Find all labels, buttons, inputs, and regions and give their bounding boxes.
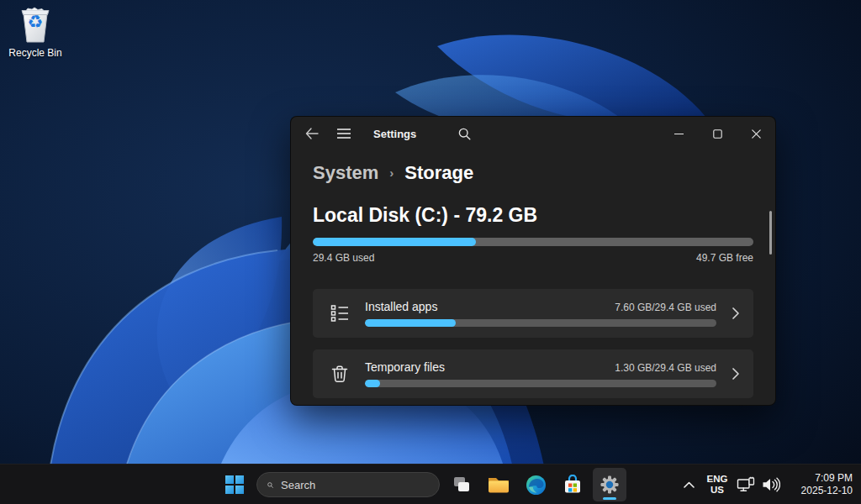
temporary-files-card-body: Temporary files 1.30 GB/29.4 GB used — [365, 360, 716, 387]
chevron-up-icon — [684, 481, 695, 488]
search-input[interactable] — [281, 479, 429, 491]
installed-apps-label: Installed apps — [365, 300, 437, 313]
disk-usage-bar-fill — [313, 238, 476, 246]
edge-icon — [526, 475, 547, 496]
disk-usage-labels: 29.4 GB used 49.7 GB free — [313, 252, 753, 264]
settings-app-button[interactable] — [593, 468, 626, 501]
chevron-right-icon — [732, 367, 740, 381]
navigation-menu-button[interactable] — [331, 121, 357, 146]
window-title: Settings — [373, 128, 416, 140]
edge-button[interactable] — [519, 468, 552, 501]
temporary-files-icon — [330, 364, 350, 384]
language-line1: ENG — [707, 474, 728, 484]
disk-free-label: 49.7 GB free — [696, 252, 753, 264]
system-tray: ENG US 7:09 PM 2025-12-10 — [676, 465, 861, 504]
hamburger-icon — [337, 129, 351, 139]
show-hidden-icons-button[interactable] — [676, 468, 701, 501]
file-explorer-button[interactable] — [482, 468, 515, 501]
recycle-symbol-icon: ♻ — [28, 13, 44, 30]
installed-apps-icon — [330, 303, 350, 323]
task-view-icon — [452, 475, 472, 495]
tray-date: 2025-12-10 — [801, 485, 853, 496]
breadcrumb: System › Storage — [313, 162, 753, 184]
maximize-icon — [713, 129, 722, 139]
windows-logo-icon — [225, 475, 244, 494]
installed-apps-bar-fill — [365, 319, 456, 327]
recycle-bin-icon: ♻ — [16, 5, 55, 45]
search-icon — [458, 128, 471, 140]
temporary-files-bar-fill — [365, 380, 380, 387]
back-arrow-icon — [305, 128, 319, 139]
breadcrumb-storage: Storage — [404, 162, 473, 184]
temporary-files-bar — [365, 380, 716, 387]
microsoft-store-icon — [563, 475, 583, 495]
taskbar-search-box[interactable] — [256, 472, 440, 497]
close-button[interactable] — [737, 117, 775, 150]
active-app-indicator — [603, 497, 616, 500]
search-icon — [267, 479, 273, 491]
installed-apps-card[interactable]: Installed apps 7.60 GB/29.4 GB used — [313, 289, 753, 338]
disk-heading: Local Disk (C:) - 79.2 GB — [313, 204, 753, 227]
language-label: ENG US — [701, 474, 733, 496]
scrollbar[interactable] — [769, 211, 772, 255]
language-line2: US — [710, 485, 724, 495]
network-tray-button[interactable] — [733, 468, 758, 501]
taskbar: ENG US 7:09 PM 2025-12-10 — [0, 464, 861, 504]
ethernet-icon — [737, 476, 756, 493]
settings-content: System › Storage Local Disk (C:) - 79.2 … — [291, 162, 775, 398]
tray-time: 7:09 PM — [815, 472, 853, 484]
disk-used-label: 29.4 GB used — [313, 252, 374, 264]
window-titlebar: Settings — [291, 117, 775, 150]
chevron-right-icon — [732, 307, 740, 320]
breadcrumb-system[interactable]: System — [313, 162, 378, 184]
recycle-bin-label: Recycle Bin — [5, 47, 66, 59]
recycle-bin-desktop-icon[interactable]: ♻ Recycle Bin — [5, 5, 66, 59]
maximize-button[interactable] — [698, 117, 737, 150]
installed-apps-bar — [365, 319, 716, 327]
microsoft-store-button[interactable] — [556, 468, 589, 501]
minimize-icon — [674, 129, 684, 139]
installed-apps-value: 7.60 GB/29.4 GB used — [615, 302, 716, 313]
taskbar-center-group — [216, 465, 628, 504]
settings-search-button[interactable] — [452, 121, 477, 146]
language-switcher[interactable]: ENG US — [701, 468, 733, 501]
clock: 7:09 PM 2025-12-10 — [787, 472, 853, 497]
installed-apps-card-body: Installed apps 7.60 GB/29.4 GB used — [365, 300, 716, 327]
task-view-button[interactable] — [445, 468, 478, 501]
settings-window: Settings — [290, 116, 776, 406]
caption-controls — [659, 117, 775, 150]
temporary-files-label: Temporary files — [365, 360, 445, 374]
disk-usage-bar — [313, 238, 753, 246]
temporary-files-card[interactable]: Temporary files 1.30 GB/29.4 GB used — [313, 349, 753, 398]
temporary-files-value: 1.30 GB/29.4 GB used — [615, 362, 716, 374]
minimize-button[interactable] — [659, 117, 698, 150]
start-button[interactable] — [218, 468, 251, 501]
breadcrumb-separator-icon: › — [389, 165, 394, 180]
settings-gear-icon — [600, 475, 620, 495]
speaker-icon — [762, 477, 780, 492]
file-explorer-icon — [488, 475, 510, 494]
back-button[interactable] — [299, 121, 325, 146]
close-icon — [752, 129, 761, 139]
storage-category-list: Installed apps 7.60 GB/29.4 GB used — [313, 289, 753, 398]
clock-tray-button[interactable]: 7:09 PM 2025-12-10 — [784, 468, 853, 501]
volume-tray-button[interactable] — [758, 468, 784, 501]
